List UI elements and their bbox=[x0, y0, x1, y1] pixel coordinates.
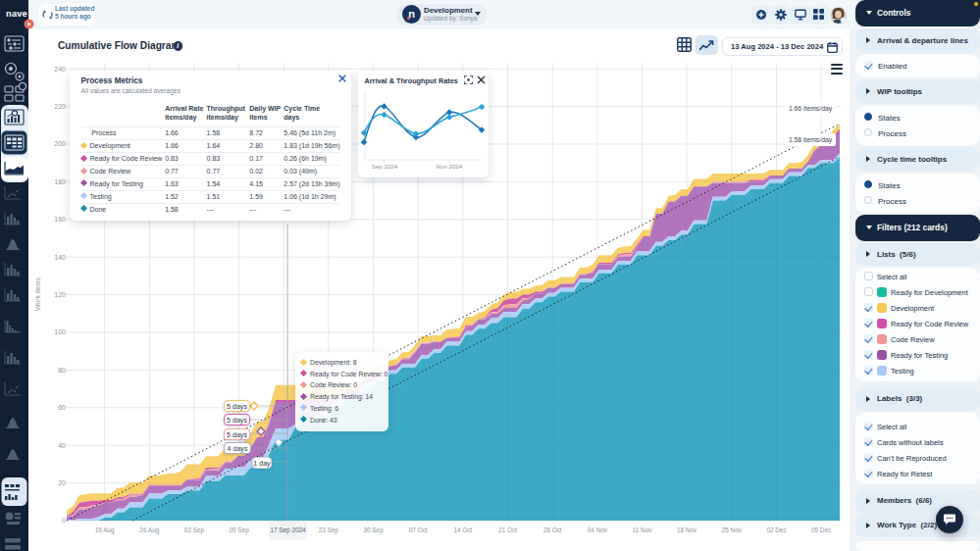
svg-text:240: 240 bbox=[54, 66, 66, 73]
svg-text:02 Sep: 02 Sep bbox=[184, 526, 205, 534]
svg-text:180: 180 bbox=[54, 178, 66, 185]
svg-text:Work items: Work items bbox=[34, 276, 41, 310]
svg-text:200: 200 bbox=[54, 140, 66, 147]
svg-text:28 Oct: 28 Oct bbox=[543, 526, 562, 533]
svg-text:120: 120 bbox=[54, 291, 66, 298]
svg-text:17 Sep 2024: 17 Sep 2024 bbox=[270, 526, 306, 534]
svg-text:60: 60 bbox=[58, 404, 66, 411]
svg-text:140: 140 bbox=[54, 254, 66, 261]
svg-text:23 Sep: 23 Sep bbox=[319, 526, 339, 534]
svg-text:1.66 items/day: 1.66 items/day bbox=[789, 105, 833, 113]
svg-text:21 Oct: 21 Oct bbox=[498, 526, 517, 533]
svg-text:02 Dec: 02 Dec bbox=[766, 526, 787, 533]
svg-text:80: 80 bbox=[58, 367, 66, 374]
svg-text:04 Nov: 04 Nov bbox=[588, 526, 608, 533]
svg-text:07 Oct: 07 Oct bbox=[409, 526, 428, 533]
svg-text:14 Oct: 14 Oct bbox=[453, 526, 472, 533]
svg-text:09 Dec: 09 Dec bbox=[811, 526, 832, 533]
svg-text:18 Nov: 18 Nov bbox=[677, 526, 697, 533]
svg-text:220: 220 bbox=[54, 103, 66, 110]
svg-text:09 Sep: 09 Sep bbox=[229, 526, 249, 534]
svg-text:26 Aug: 26 Aug bbox=[139, 526, 159, 534]
svg-text:19 Aug: 19 Aug bbox=[95, 526, 115, 534]
svg-text:1.58 items/day: 1.58 items/day bbox=[789, 136, 833, 144]
svg-text:100: 100 bbox=[54, 328, 66, 335]
svg-text:160: 160 bbox=[54, 216, 66, 223]
svg-text:25 Nov: 25 Nov bbox=[722, 526, 743, 533]
svg-text:40: 40 bbox=[58, 442, 66, 449]
svg-text:Sep 2024: Sep 2024 bbox=[372, 163, 398, 170]
svg-text:11 Nov: 11 Nov bbox=[633, 526, 653, 533]
svg-text:30 Sep: 30 Sep bbox=[363, 526, 384, 534]
svg-text:20: 20 bbox=[58, 479, 66, 486]
svg-text:Nov 2024: Nov 2024 bbox=[437, 163, 463, 170]
